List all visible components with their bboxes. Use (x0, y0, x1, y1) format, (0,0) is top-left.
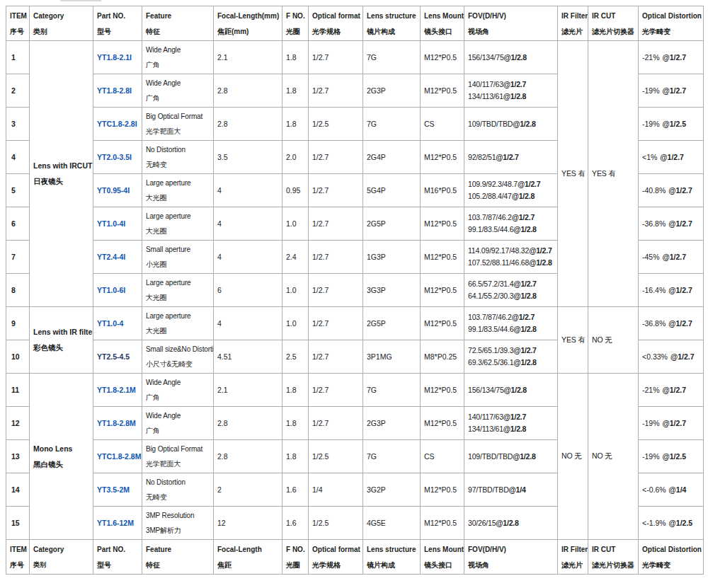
lens-mount-cell: M12*P0.5 (421, 473, 464, 507)
item-cell: 2 (6, 74, 30, 108)
part-no-link[interactable]: YT3.5-2M (97, 485, 130, 494)
feature-label: No Distortion (146, 146, 210, 154)
part-no-link[interactable]: YT1.0-4I (97, 219, 125, 228)
focal-length-cell: 2.1 (214, 41, 282, 74)
header-fov-label-zh: 视场角 (468, 560, 554, 570)
fov-at-format: @1/2.7 (512, 213, 535, 221)
part-no-link[interactable]: YT1.8-2.8M (97, 419, 136, 427)
fov-at-format: @1/2.7 (503, 80, 526, 88)
part-no-link[interactable]: YT1.6-12M (97, 519, 134, 527)
part-no-cell: YT1.0-6I (93, 274, 142, 307)
lens-structure-cell: 2G5P (363, 207, 421, 241)
lens-mount-cell: M12*P0.5 (421, 207, 464, 241)
part-no-link[interactable]: YTC1.8-2.8M (97, 452, 141, 461)
header-part-no: Part NO.型号 (93, 6, 142, 41)
part-no-link[interactable]: YT1.8-2.8I (97, 86, 132, 95)
fov-cell: 156/134/75@1/2.8 (464, 41, 558, 74)
lens-structure-cell: 3G2P (363, 473, 421, 507)
category-cell: Lens with IR filter彩色镜头 (30, 307, 93, 374)
part-no-cell: YT1.8-2.8I (93, 74, 142, 108)
fov-line: 103.7/87/46.2@1/2.7 (468, 212, 554, 224)
lens-mount-cell: M12*P0.5 (421, 274, 464, 307)
header-fov: FOV(D/H/V)视场角 (464, 6, 558, 41)
lens-structure-cell: 7G (363, 374, 421, 407)
feature-label: Big Optical Format (146, 445, 210, 454)
fov-cell: 140/117/63@1/2.7134/113/61@1/2.8 (464, 407, 558, 440)
feature-label-zh: 大光圈 (146, 294, 210, 302)
optical-format-cell: 1/2.7 (309, 307, 363, 340)
header-part-no-label: Part NO. (97, 11, 138, 21)
part-no-link[interactable]: YT1.0-6I (97, 286, 125, 294)
footer-row: ITEM序号Category类别Part NO.型号Feature特征Focal… (6, 540, 704, 575)
feature-cell: Large aperture大光圈 (142, 207, 214, 241)
fov-value: 97/TBD/TBD (468, 485, 509, 494)
fov-value: 92/82/51 (468, 153, 496, 161)
fov-at-format: @1/2.7 (512, 313, 535, 321)
feature-cell: Big Optical Format光学靶面大 (142, 440, 214, 473)
header-row: ITEM序号Category类别Part NO.型号Feature特征Focal… (6, 6, 704, 41)
feature-label-zh: 广角 (146, 427, 210, 435)
part-no-link[interactable]: YT2.0-3.5I (97, 153, 132, 161)
part-no-link[interactable]: YT0.95-4I (97, 186, 130, 195)
header-fov-label: FOV(D/H/V) (468, 545, 554, 554)
part-no-cell: YT1.0-4 (93, 307, 142, 340)
header-item: ITEM序号 (6, 540, 30, 575)
fov-at-format: @1/2.8 (513, 325, 536, 333)
lens-mount-cell: M12*P0.5 (421, 74, 464, 108)
feature-label: Wide Angle (146, 379, 210, 387)
fov-at-format: @1/2.8 (529, 258, 552, 267)
fov-line: 92/82/51@1/2.7 (468, 151, 554, 163)
header-part-no: Part NO.型号 (93, 540, 142, 575)
ir-cut-cell: NO 无 (588, 307, 639, 374)
focal-length-cell: 2.1 (214, 374, 282, 407)
optical-format-cell: 1/4 (309, 473, 363, 507)
feature-cell: Large aperture大光圈 (142, 174, 214, 207)
fov-value: 99.1/83.5/44.6 (468, 325, 513, 333)
focal-length-cell: 3.5 (214, 141, 282, 174)
distortion-cell: -21%@1/2.7 (639, 374, 704, 407)
table-row: 1Lens with IRCUT日夜镜头YT1.8-2.1IWide Angle… (6, 41, 704, 74)
feature-label: Wide Angle (146, 412, 210, 420)
header-ir-cut-label-zh: 滤光片切换器 (592, 560, 634, 570)
header-optical-distortion-label-zh: 光学畸变 (642, 560, 700, 570)
part-no-cell: YTC1.8-2.8M (93, 440, 142, 473)
header-fov-label-zh: 视场角 (468, 27, 554, 36)
fov-value: 69.3/62.5/36.1 (468, 358, 513, 367)
header-focal-length-label-zh: 焦距 (217, 560, 278, 570)
distortion-cell: -19%@1/2.5 (639, 440, 704, 473)
distortion-value: -36.8% (642, 319, 666, 328)
header-ir-cut: IR CUT滤光片切换器 (588, 6, 639, 41)
feature-label-zh: 大光圈 (146, 327, 210, 335)
item-cell: 3 (6, 108, 30, 141)
part-no-link[interactable]: YT1.8-2.1I (97, 53, 132, 62)
header-optical-distortion-label: Optical Distortion (642, 11, 700, 21)
part-no-link[interactable]: YT2.5-4.5 (97, 352, 130, 361)
fov-at-format: @1/2.8 (503, 425, 526, 433)
item-cell: 8 (6, 274, 30, 307)
header-lens-mount-label-zh: 镜头接口 (424, 27, 460, 36)
distortion-at-format: @1/2.7 (670, 352, 695, 361)
item-cell: 4 (6, 141, 30, 174)
f-no-cell: 2.5 (282, 340, 309, 374)
distortion-at-format: @1/4 (669, 485, 687, 494)
distortion-cell: <1%@1/2.7 (639, 141, 704, 174)
distortion-cell: <-0.6%@1/4 (639, 473, 704, 507)
category-cell: Lens with IRCUT日夜镜头 (30, 41, 93, 307)
distortion-cell: -16.4%@1/2.7 (639, 274, 704, 307)
feature-label-zh: 小光圈 (146, 260, 210, 269)
optical-format-cell: 1/2.5 (309, 507, 363, 540)
header-category-label: Category (33, 545, 89, 554)
header-optical-format-label: Optical format (312, 545, 359, 554)
item-cell: 12 (6, 407, 30, 440)
part-no-cell: YT2.0-3.5I (93, 141, 142, 174)
part-no-link[interactable]: YT1.0-4 (97, 319, 123, 328)
part-no-link[interactable]: YT2.4-4I (97, 253, 125, 261)
fov-at-format: @1/2.8 (513, 120, 535, 128)
f-no-cell: 1.0 (282, 207, 309, 241)
lens-mount-cell: M12*P0.5 (421, 374, 464, 407)
focal-length-cell: 2.8 (214, 407, 282, 440)
part-no-link[interactable]: YTC1.8-2.8I (97, 120, 137, 128)
f-no-cell: 1.8 (282, 41, 309, 74)
part-no-link[interactable]: YT1.8-2.1M (97, 386, 136, 394)
feature-label-zh: 广角 (146, 94, 210, 103)
